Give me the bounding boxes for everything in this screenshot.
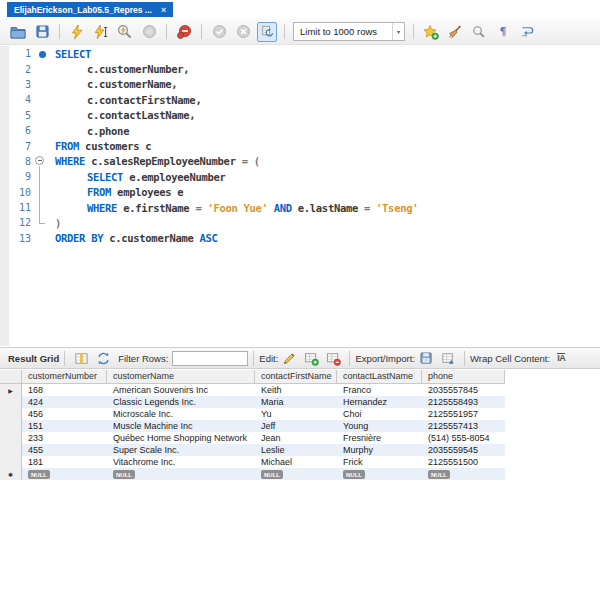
beautify-button[interactable] [445,22,465,42]
table-cell[interactable]: Michael [255,456,337,468]
table-cell[interactable]: Jeff [255,420,337,432]
table-cell[interactable]: 2035557845 [422,384,505,396]
table-cell[interactable]: Microscale Inc. [107,408,255,420]
table-cell[interactable]: 2125551957 [422,408,505,420]
table-cell[interactable]: Franco [337,384,422,396]
code-line[interactable]: 11WHERE e.firstName = 'Foon Yue' AND e.l… [0,200,600,215]
table-cell[interactable]: Vitachrome Inc. [107,456,255,468]
row-marker[interactable] [0,444,22,456]
save-snippet-button[interactable] [421,22,441,42]
save-script-button[interactable] [32,22,52,42]
wrap-cell-content-button[interactable]: IA [552,349,570,367]
table-cell[interactable]: (514) 555-8054 [422,432,505,444]
table-cell[interactable]: 456 [22,408,107,420]
table-cell[interactable]: Choi [337,408,422,420]
table-row[interactable]: 456Microscale Inc.YuChoi2125551957 [0,408,505,420]
row-marker[interactable] [0,396,22,408]
code-line[interactable]: 10FROM employees e [0,185,600,200]
table-cell[interactable]: Jean [255,432,337,444]
tab-sql-script[interactable]: ElijahErickson_Lab05.5_Repres ... × [7,2,173,17]
code-line[interactable]: 7FROM customers c [0,138,600,153]
table-cell[interactable]: NULL [337,468,422,480]
insert-row-button[interactable] [302,349,320,367]
code-line[interactable]: 12) [0,215,600,230]
row-marker[interactable] [0,432,22,444]
code-line[interactable]: 8WHERE c.salesRepEmployeeNumber = ( [0,154,600,169]
table-cell[interactable]: Classic Legends Inc. [107,396,255,408]
open-script-button[interactable] [8,22,28,42]
column-header-customerName[interactable]: customerName [107,370,255,383]
table-cell[interactable]: Murphy [337,444,422,456]
table-row[interactable]: 424Classic Legends Inc.MariaHernandez212… [0,396,505,408]
show-invisibles-button[interactable]: ¶ [493,22,513,42]
toggle-autocommit-button[interactable] [257,22,277,42]
code-line[interactable]: 9SELECT e.employeeNumber [0,169,600,184]
code-line[interactable]: 1SELECT [0,46,600,61]
toggle-stop-on-error-button[interactable] [174,22,194,42]
code-line[interactable]: 13ORDER BY c.customerName ASC [0,231,600,246]
filter-rows-input[interactable] [172,351,248,366]
code-line[interactable]: 3c.customerName, [0,77,600,92]
code-line[interactable]: 4c.contactFirstName, [0,92,600,107]
table-cell[interactable]: 2125557413 [422,420,505,432]
table-cell[interactable]: Maria [255,396,337,408]
table-cell[interactable]: Muscle Machine Inc [107,420,255,432]
table-cell[interactable]: 151 [22,420,107,432]
execute-current-button[interactable] [91,22,111,42]
current-row-arrow-icon[interactable]: ▶ [0,384,22,396]
table-cell[interactable]: American Souvenirs Inc [107,384,255,396]
limit-rows-dropdown[interactable]: Limit to 1000 rows ▾ [293,22,405,41]
table-cell[interactable]: 2035559545 [422,444,505,456]
table-cell[interactable]: 2125551500 [422,456,505,468]
minus-circle-icon[interactable] [35,156,44,165]
code-line[interactable]: 2c.customerNumber, [0,61,600,76]
execute-button[interactable] [67,22,87,42]
table-row[interactable]: ▶168American Souvenirs IncKeithFranco203… [0,384,505,396]
table-cell[interactable]: 181 [22,456,107,468]
table-cell[interactable]: Frick [337,456,422,468]
edit-record-button[interactable] [280,349,298,367]
column-header-phone[interactable]: phone [422,370,505,383]
stop-button[interactable] [139,22,159,42]
table-cell[interactable]: 455 [22,444,107,456]
delete-row-button[interactable] [324,349,342,367]
row-marker-header[interactable] [0,370,22,383]
explain-button[interactable] [115,22,135,42]
fold-collapse-icon[interactable] [31,154,55,169]
table-cell[interactable]: NULL [107,468,255,480]
table-cell[interactable]: Young [337,420,422,432]
table-row[interactable]: 455Super Scale Inc.LeslieMurphy203555954… [0,444,505,456]
table-cell[interactable]: 2125558493 [422,396,505,408]
table-cell[interactable]: Yu [255,408,337,420]
table-cell[interactable]: 233 [22,432,107,444]
column-header-contactFirstName[interactable]: contactFirstName [255,370,337,383]
table-cell[interactable]: 424 [22,396,107,408]
table-row[interactable]: 151Muscle Machine IncJeffYoung2125557413 [0,420,505,432]
export-results-button[interactable] [417,349,435,367]
table-cell[interactable]: Hernandez [337,396,422,408]
rollback-button[interactable] [233,22,253,42]
row-marker[interactable] [0,420,22,432]
find-button[interactable] [469,22,489,42]
table-row[interactable]: 181Vitachrome Inc.MichaelFrick2125551500 [0,456,505,468]
code-line[interactable]: 5c.contactLastName, [0,108,600,123]
import-records-button[interactable] [439,349,457,367]
code-line[interactable]: 6c.phone [0,123,600,138]
table-cell[interactable]: NULL [22,468,107,480]
row-marker[interactable] [0,456,22,468]
tab-close-icon[interactable]: × [161,5,166,15]
table-cell[interactable]: NULL [422,468,505,480]
new-row-placeholder[interactable]: ✱NULLNULLNULLNULLNULL [0,468,505,480]
new-row-star-icon[interactable]: ✱ [0,468,22,480]
refresh-button[interactable] [94,349,112,367]
table-cell[interactable]: 168 [22,384,107,396]
commit-button[interactable] [209,22,229,42]
column-header-contactLastName[interactable]: contactLastName [337,370,422,383]
result-grid-view-button[interactable] [72,349,90,367]
table-row[interactable]: 233Québec Home Shopping NetworkJeanFresn… [0,432,505,444]
table-cell[interactable]: Leslie [255,444,337,456]
table-cell[interactable]: Keith [255,384,337,396]
table-cell[interactable]: Québec Home Shopping Network [107,432,255,444]
column-header-customerNumber[interactable]: customerNumber [22,370,107,383]
table-cell[interactable]: Super Scale Inc. [107,444,255,456]
